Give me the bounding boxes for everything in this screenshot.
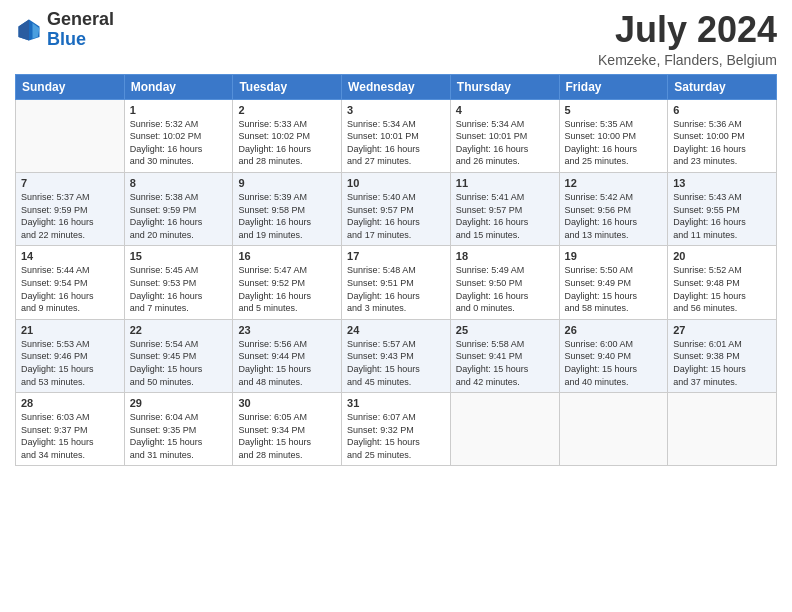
calendar-cell: 19Sunrise: 5:50 AMSunset: 9:49 PMDayligh… xyxy=(559,246,668,319)
logo-general: General xyxy=(47,9,114,29)
calendar-cell: 16Sunrise: 5:47 AMSunset: 9:52 PMDayligh… xyxy=(233,246,342,319)
calendar-cell: 11Sunrise: 5:41 AMSunset: 9:57 PMDayligh… xyxy=(450,172,559,245)
day-number: 25 xyxy=(456,324,554,336)
calendar-cell: 25Sunrise: 5:58 AMSunset: 9:41 PMDayligh… xyxy=(450,319,559,392)
day-info: Sunrise: 5:34 AMSunset: 10:01 PMDaylight… xyxy=(456,118,554,168)
week-row-4: 21Sunrise: 5:53 AMSunset: 9:46 PMDayligh… xyxy=(16,319,777,392)
logo: General Blue xyxy=(15,10,114,50)
day-info: Sunrise: 6:07 AMSunset: 9:32 PMDaylight:… xyxy=(347,411,445,461)
calendar-cell xyxy=(559,393,668,466)
day-number: 18 xyxy=(456,250,554,262)
day-number: 24 xyxy=(347,324,445,336)
location: Kemzeke, Flanders, Belgium xyxy=(598,52,777,68)
day-number: 19 xyxy=(565,250,663,262)
day-number: 3 xyxy=(347,104,445,116)
weekday-header-sunday: Sunday xyxy=(16,74,125,99)
day-info: Sunrise: 6:04 AMSunset: 9:35 PMDaylight:… xyxy=(130,411,228,461)
day-number: 12 xyxy=(565,177,663,189)
weekday-header-tuesday: Tuesday xyxy=(233,74,342,99)
weekday-header-row: SundayMondayTuesdayWednesdayThursdayFrid… xyxy=(16,74,777,99)
day-info: Sunrise: 5:32 AMSunset: 10:02 PMDaylight… xyxy=(130,118,228,168)
day-info: Sunrise: 5:41 AMSunset: 9:57 PMDaylight:… xyxy=(456,191,554,241)
day-number: 20 xyxy=(673,250,771,262)
day-number: 6 xyxy=(673,104,771,116)
day-info: Sunrise: 5:50 AMSunset: 9:49 PMDaylight:… xyxy=(565,264,663,314)
calendar-cell: 23Sunrise: 5:56 AMSunset: 9:44 PMDayligh… xyxy=(233,319,342,392)
day-info: Sunrise: 5:33 AMSunset: 10:02 PMDaylight… xyxy=(238,118,336,168)
day-info: Sunrise: 5:54 AMSunset: 9:45 PMDaylight:… xyxy=(130,338,228,388)
calendar-cell: 29Sunrise: 6:04 AMSunset: 9:35 PMDayligh… xyxy=(124,393,233,466)
calendar-cell: 9Sunrise: 5:39 AMSunset: 9:58 PMDaylight… xyxy=(233,172,342,245)
logo-text: General Blue xyxy=(47,10,114,50)
day-info: Sunrise: 5:39 AMSunset: 9:58 PMDaylight:… xyxy=(238,191,336,241)
day-number: 27 xyxy=(673,324,771,336)
calendar-cell: 28Sunrise: 6:03 AMSunset: 9:37 PMDayligh… xyxy=(16,393,125,466)
calendar-cell: 27Sunrise: 6:01 AMSunset: 9:38 PMDayligh… xyxy=(668,319,777,392)
calendar-cell: 10Sunrise: 5:40 AMSunset: 9:57 PMDayligh… xyxy=(342,172,451,245)
calendar-cell: 7Sunrise: 5:37 AMSunset: 9:59 PMDaylight… xyxy=(16,172,125,245)
day-number: 17 xyxy=(347,250,445,262)
day-info: Sunrise: 6:03 AMSunset: 9:37 PMDaylight:… xyxy=(21,411,119,461)
logo-blue: Blue xyxy=(47,29,86,49)
day-info: Sunrise: 6:01 AMSunset: 9:38 PMDaylight:… xyxy=(673,338,771,388)
day-info: Sunrise: 5:40 AMSunset: 9:57 PMDaylight:… xyxy=(347,191,445,241)
calendar-cell: 24Sunrise: 5:57 AMSunset: 9:43 PMDayligh… xyxy=(342,319,451,392)
day-number: 7 xyxy=(21,177,119,189)
day-info: Sunrise: 5:37 AMSunset: 9:59 PMDaylight:… xyxy=(21,191,119,241)
calendar-cell xyxy=(16,99,125,172)
calendar-cell: 1Sunrise: 5:32 AMSunset: 10:02 PMDayligh… xyxy=(124,99,233,172)
svg-marker-2 xyxy=(19,19,30,40)
page: General Blue July 2024 Kemzeke, Flanders… xyxy=(0,0,792,612)
weekday-header-monday: Monday xyxy=(124,74,233,99)
calendar-cell: 15Sunrise: 5:45 AMSunset: 9:53 PMDayligh… xyxy=(124,246,233,319)
day-info: Sunrise: 5:48 AMSunset: 9:51 PMDaylight:… xyxy=(347,264,445,314)
day-info: Sunrise: 6:05 AMSunset: 9:34 PMDaylight:… xyxy=(238,411,336,461)
day-number: 8 xyxy=(130,177,228,189)
calendar-cell xyxy=(450,393,559,466)
day-number: 26 xyxy=(565,324,663,336)
day-info: Sunrise: 5:35 AMSunset: 10:00 PMDaylight… xyxy=(565,118,663,168)
calendar-cell: 31Sunrise: 6:07 AMSunset: 9:32 PMDayligh… xyxy=(342,393,451,466)
day-number: 5 xyxy=(565,104,663,116)
day-info: Sunrise: 5:52 AMSunset: 9:48 PMDaylight:… xyxy=(673,264,771,314)
day-info: Sunrise: 5:44 AMSunset: 9:54 PMDaylight:… xyxy=(21,264,119,314)
day-number: 10 xyxy=(347,177,445,189)
calendar-cell: 2Sunrise: 5:33 AMSunset: 10:02 PMDayligh… xyxy=(233,99,342,172)
day-number: 14 xyxy=(21,250,119,262)
day-info: Sunrise: 5:43 AMSunset: 9:55 PMDaylight:… xyxy=(673,191,771,241)
day-number: 16 xyxy=(238,250,336,262)
day-info: Sunrise: 5:38 AMSunset: 9:59 PMDaylight:… xyxy=(130,191,228,241)
calendar-cell: 14Sunrise: 5:44 AMSunset: 9:54 PMDayligh… xyxy=(16,246,125,319)
day-info: Sunrise: 5:56 AMSunset: 9:44 PMDaylight:… xyxy=(238,338,336,388)
day-number: 2 xyxy=(238,104,336,116)
calendar-cell: 4Sunrise: 5:34 AMSunset: 10:01 PMDayligh… xyxy=(450,99,559,172)
calendar-cell: 17Sunrise: 5:48 AMSunset: 9:51 PMDayligh… xyxy=(342,246,451,319)
day-info: Sunrise: 5:47 AMSunset: 9:52 PMDaylight:… xyxy=(238,264,336,314)
calendar-cell xyxy=(668,393,777,466)
day-number: 30 xyxy=(238,397,336,409)
day-number: 9 xyxy=(238,177,336,189)
calendar-cell: 20Sunrise: 5:52 AMSunset: 9:48 PMDayligh… xyxy=(668,246,777,319)
weekday-header-friday: Friday xyxy=(559,74,668,99)
calendar-cell: 12Sunrise: 5:42 AMSunset: 9:56 PMDayligh… xyxy=(559,172,668,245)
header: General Blue July 2024 Kemzeke, Flanders… xyxy=(15,10,777,68)
day-number: 21 xyxy=(21,324,119,336)
day-number: 31 xyxy=(347,397,445,409)
day-number: 22 xyxy=(130,324,228,336)
calendar-cell: 8Sunrise: 5:38 AMSunset: 9:59 PMDaylight… xyxy=(124,172,233,245)
day-number: 29 xyxy=(130,397,228,409)
calendar-cell: 13Sunrise: 5:43 AMSunset: 9:55 PMDayligh… xyxy=(668,172,777,245)
calendar-cell: 30Sunrise: 6:05 AMSunset: 9:34 PMDayligh… xyxy=(233,393,342,466)
calendar-table: SundayMondayTuesdayWednesdayThursdayFrid… xyxy=(15,74,777,467)
month-year: July 2024 xyxy=(598,10,777,50)
weekday-header-saturday: Saturday xyxy=(668,74,777,99)
calendar-cell: 5Sunrise: 5:35 AMSunset: 10:00 PMDayligh… xyxy=(559,99,668,172)
day-number: 23 xyxy=(238,324,336,336)
calendar-cell: 6Sunrise: 5:36 AMSunset: 10:00 PMDayligh… xyxy=(668,99,777,172)
day-info: Sunrise: 5:36 AMSunset: 10:00 PMDaylight… xyxy=(673,118,771,168)
day-number: 11 xyxy=(456,177,554,189)
day-info: Sunrise: 5:58 AMSunset: 9:41 PMDaylight:… xyxy=(456,338,554,388)
calendar-cell: 3Sunrise: 5:34 AMSunset: 10:01 PMDayligh… xyxy=(342,99,451,172)
title-block: July 2024 Kemzeke, Flanders, Belgium xyxy=(598,10,777,68)
day-number: 1 xyxy=(130,104,228,116)
